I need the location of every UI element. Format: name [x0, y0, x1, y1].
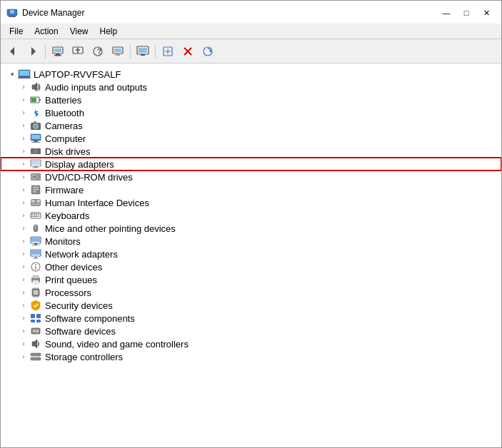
root-label: LAPTOP-RVVFSALF [34, 69, 121, 80]
toolbar-btn-1[interactable] [49, 42, 67, 61]
laptop-icon [18, 68, 31, 80]
security-label: Security devices [45, 300, 113, 311]
hid-chevron: › [18, 199, 29, 206]
tree-item-processors[interactable]: › Processors [1, 286, 501, 299]
firmware-chevron: › [18, 186, 29, 193]
battery-icon [29, 94, 42, 106]
display-chevron: › [18, 161, 29, 168]
menu-help[interactable]: Help [94, 25, 124, 38]
tree-item-disk[interactable]: › Disk drives [1, 145, 501, 158]
tree-item-batteries[interactable]: › Batteries [1, 93, 501, 106]
print-icon [29, 274, 42, 285]
svg-rect-49 [32, 168, 39, 168]
svg-rect-32 [39, 99, 41, 101]
tree-item-network[interactable]: › Network adapters [1, 248, 501, 260]
back-button[interactable] [4, 42, 22, 61]
toolbar-btn-3[interactable]: ? [89, 42, 107, 61]
print-chevron: › [18, 276, 29, 283]
svg-rect-7 [54, 55, 61, 56]
svg-rect-90 [34, 290, 38, 295]
update-button[interactable] [199, 42, 217, 61]
cameras-chevron: › [18, 122, 29, 129]
keyboards-chevron: › [18, 212, 29, 219]
tree-item-computer[interactable]: › Computer [1, 132, 501, 145]
svg-rect-57 [33, 189, 39, 190]
processors-label: Processors [45, 287, 91, 298]
svg-rect-86 [33, 280, 39, 284]
toolbar-btn-2[interactable] [69, 42, 87, 61]
security-icon [29, 300, 42, 311]
monitors-label: Monitors [45, 236, 81, 247]
title-controls: — □ ✕ [437, 6, 496, 20]
close-button[interactable]: ✕ [477, 6, 496, 20]
svg-rect-41 [31, 142, 40, 143]
separator-2 [130, 44, 131, 58]
tree-item-mice[interactable]: › Mice and other pointing devices [1, 222, 501, 235]
menu-action[interactable]: Action [29, 25, 64, 38]
svg-rect-40 [34, 141, 38, 142]
tree-item-cameras[interactable]: › Cameras [1, 119, 501, 132]
svg-rect-1 [9, 16, 16, 17]
tree-item-security[interactable]: › Security devices [1, 299, 501, 312]
tree-item-keyboards[interactable]: › Keyboards [1, 209, 501, 222]
toolbar-btn-scan[interactable] [159, 42, 177, 61]
software-devices-label: Software devices [45, 326, 116, 337]
tree-item-hid[interactable]: › Human Interface Devices [1, 196, 501, 209]
mice-label: Mice and other pointing devices [45, 223, 176, 234]
menu-file[interactable]: File [4, 25, 29, 38]
tree-item-display[interactable]: › Display adapters [1, 158, 501, 170]
tree-item-software-components[interactable]: › Software components [1, 312, 501, 325]
tree-item-print[interactable]: › Print queues [1, 273, 501, 286]
svg-point-109 [38, 358, 39, 360]
svg-rect-66 [36, 213, 37, 215]
dvd-label: DVD/CD-ROM drives [45, 172, 133, 183]
svg-point-108 [38, 354, 39, 355]
processor-icon [29, 287, 42, 298]
menu-view[interactable]: View [64, 25, 94, 38]
svg-rect-52 [33, 176, 35, 178]
display-icon [29, 158, 42, 170]
tree-item-monitors[interactable]: › Monitors [1, 235, 501, 248]
monitors-chevron: › [18, 238, 29, 245]
tree-item-other[interactable]: › Other devices [1, 260, 501, 273]
other-chevron: › [18, 263, 29, 270]
network-chevron: › [18, 250, 29, 258]
forward-button[interactable] [24, 42, 42, 61]
svg-rect-67 [38, 213, 39, 215]
computer-chevron: › [18, 135, 29, 142]
disk-label: Disk drives [45, 146, 91, 157]
tree-item-sound[interactable]: › Sound, video and game controllers [1, 337, 501, 350]
tree-item-dvd[interactable]: › DVD/CD-ROM drives [1, 170, 501, 183]
tree-item-firmware[interactable]: › Firmware [1, 183, 501, 196]
tree-item-storage[interactable]: › Storage controllers [1, 350, 501, 363]
tree-item-bluetooth[interactable]: › Bluetooth [1, 106, 501, 119]
mice-chevron: › [18, 225, 29, 232]
window-title: Device Manager [22, 8, 84, 18]
toolbar-btn-4[interactable] [109, 42, 127, 61]
audio-chevron: › [18, 83, 29, 91]
software-components-chevron: › [18, 315, 29, 322]
svg-rect-76 [34, 243, 37, 245]
storage-icon [29, 351, 42, 362]
svg-marker-30 [32, 83, 37, 91]
computer-label: Computer [45, 133, 86, 144]
firmware-label: Firmware [45, 185, 84, 195]
svg-rect-37 [34, 121, 36, 123]
svg-rect-60 [31, 200, 35, 203]
svg-point-54 [37, 176, 39, 178]
audio-icon [29, 81, 42, 93]
tree-root-item[interactable]: ▾ LAPTOP-RVVFSALF [1, 68, 501, 81]
toolbar-btn-monitor[interactable] [134, 42, 152, 61]
maximize-button[interactable]: □ [457, 6, 476, 20]
svg-rect-33 [31, 98, 36, 102]
cameras-label: Cameras [45, 121, 83, 131]
svg-rect-98 [36, 314, 41, 318]
svg-rect-79 [31, 250, 40, 255]
svg-rect-61 [36, 200, 40, 203]
tree-item-audio[interactable]: › Audio inputs and outputs [1, 81, 501, 93]
mice-icon [29, 223, 42, 234]
svg-rect-70 [38, 215, 39, 217]
minimize-button[interactable]: — [437, 6, 456, 20]
remove-button[interactable] [179, 42, 197, 61]
tree-item-software-devices[interactable]: › Software devices [1, 325, 501, 337]
